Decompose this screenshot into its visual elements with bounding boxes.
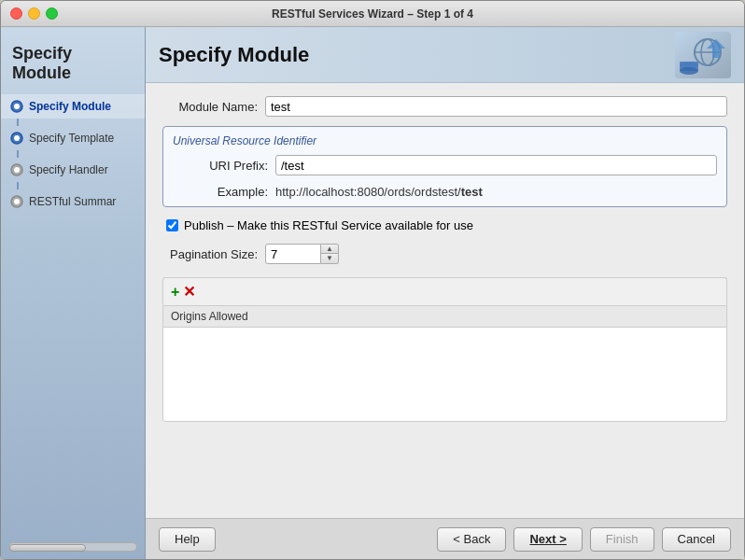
close-button[interactable] [10, 7, 22, 20]
sidebar-nav: Specify Module Specify Template [1, 94, 145, 214]
origins-remove-button[interactable]: ✕ [183, 283, 195, 301]
pagination-spinner: ▲ ▼ [265, 244, 339, 264]
spinner-buttons: ▲ ▼ [321, 244, 339, 264]
sidebar-item-specify-template[interactable]: Specify Template [1, 126, 145, 150]
svg-point-7 [14, 199, 20, 204]
sidebar-item-specify-handler[interactable]: Specify Handler [1, 158, 145, 182]
titlebar: RESTful Services Wizard – Step 1 of 4 [1, 1, 744, 27]
maximize-button[interactable] [46, 7, 58, 20]
sidebar-horizontal-scrollbar[interactable] [8, 542, 137, 552]
spinner-down-button[interactable]: ▼ [321, 254, 338, 263]
sidebar-title: Specify Module [1, 36, 145, 94]
example-url: http://localhost:8080/ords/ordstest/test [275, 185, 483, 199]
module-name-input[interactable] [265, 96, 727, 117]
sidebar-item-specify-module[interactable]: Specify Module [1, 94, 145, 119]
footer-left: Help [159, 527, 437, 552]
origins-section: + ✕ Origins Allowed [162, 277, 727, 422]
uri-section-title: Universal Resource Identifier [173, 134, 717, 147]
help-button[interactable]: Help [159, 527, 216, 552]
sidebar-scrollbar-area [1, 535, 145, 559]
svg-point-1 [14, 104, 20, 109]
main-header: Specify Module [146, 27, 744, 83]
scrollbar-thumb [9, 544, 86, 552]
sidebar-label-2: Specify Template [29, 132, 114, 145]
cancel-button[interactable]: Cancel [662, 527, 731, 552]
module-name-label: Module Name: [162, 100, 265, 114]
page-title: Specify Module [159, 43, 309, 67]
svg-point-5 [14, 167, 20, 173]
step-icon-1 [8, 98, 25, 115]
pagination-label: Pagination Size: [162, 247, 265, 261]
connector-3 [17, 182, 19, 189]
sidebar-item-restful-summary[interactable]: RESTful Summar [1, 189, 145, 214]
wizard-window: RESTful Services Wizard – Step 1 of 4 Sp… [0, 0, 745, 560]
publish-checkbox[interactable] [166, 219, 178, 231]
wizard-icon [675, 32, 731, 78]
uri-prefix-input[interactable] [275, 155, 717, 175]
connector-2 [17, 150, 19, 158]
publish-row: Publish – Make this RESTful Service avai… [162, 218, 727, 232]
finish-button[interactable]: Finish [590, 527, 654, 552]
sidebar: Specify Module Specify Module [1, 27, 146, 559]
example-url-prefix: http://localhost:8080/ords/ordstest/ [275, 185, 461, 199]
sidebar-label-4: RESTful Summar [29, 195, 116, 208]
example-label: Example: [173, 185, 275, 199]
window-title: RESTful Services Wizard – Step 1 of 4 [272, 7, 473, 21]
step-icon-4 [8, 193, 25, 210]
origins-column-header: Origins Allowed [163, 306, 726, 328]
step-icon-2 [8, 130, 25, 147]
origins-body [163, 328, 726, 421]
publish-label[interactable]: Publish – Make this RESTful Service avai… [184, 218, 473, 232]
footer: Help < Back Next > Finish Cancel [146, 518, 744, 559]
traffic-lights [10, 7, 58, 20]
footer-right: < Back Next > Finish Cancel [437, 527, 731, 552]
example-url-bold: test [461, 185, 483, 199]
pagination-row: Pagination Size: ▲ ▼ [162, 244, 727, 264]
example-row: Example: http://localhost:8080/ords/ords… [173, 185, 717, 199]
connector-1 [17, 119, 19, 126]
form-area: Module Name: Universal Resource Identifi… [146, 83, 744, 518]
origins-table: Origins Allowed [162, 305, 727, 422]
main-content: Specify Module Specify Module [1, 27, 744, 559]
svg-point-3 [14, 135, 20, 141]
next-button[interactable]: Next > [513, 527, 582, 552]
uri-prefix-row: URI Prefix: [173, 155, 717, 175]
step-icon-3 [8, 161, 25, 178]
minimize-button[interactable] [28, 7, 40, 20]
svg-point-14 [680, 67, 698, 75]
origins-add-button[interactable]: + [171, 284, 179, 301]
main-panel: Specify Module [146, 27, 744, 559]
uri-section: Universal Resource Identifier URI Prefix… [162, 126, 727, 207]
module-name-row: Module Name: [162, 96, 727, 117]
sidebar-label-1: Specify Module [29, 100, 111, 113]
uri-prefix-label: URI Prefix: [173, 159, 275, 173]
sidebar-label-3: Specify Handler [29, 163, 108, 176]
spinner-up-button[interactable]: ▲ [321, 245, 338, 254]
pagination-input[interactable] [265, 244, 321, 264]
back-button[interactable]: < Back [437, 527, 506, 552]
origins-toolbar: + ✕ [162, 277, 727, 305]
